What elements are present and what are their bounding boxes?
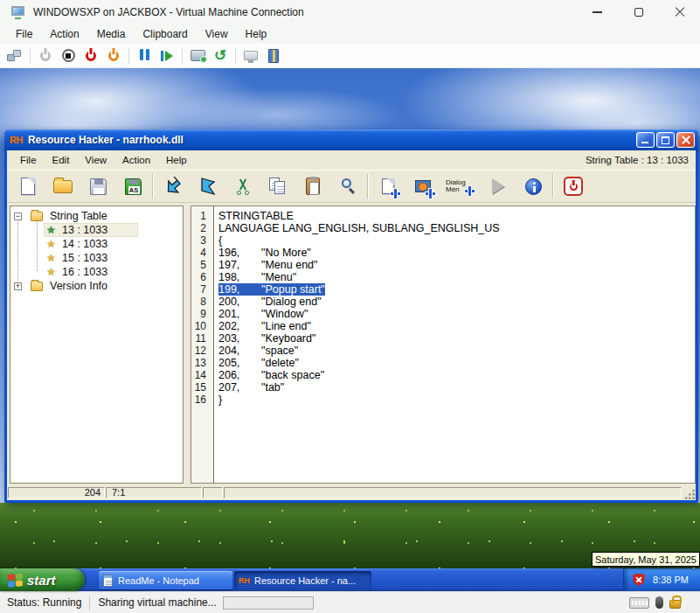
editor-line: {	[218, 234, 695, 247]
vm-app-icon	[11, 6, 26, 18]
start-button[interactable]: start	[0, 568, 85, 591]
save-as-icon[interactable]: AS	[118, 172, 148, 200]
rh-window-controls	[634, 132, 695, 148]
tree-item-15-1033[interactable]: ★ 15 : 1033	[10, 251, 183, 265]
editor-line: 201,"Window"	[218, 308, 695, 320]
clock[interactable]: 8:38 PM	[653, 575, 689, 585]
rh-menubar: File Edit View Action Help String Table …	[7, 150, 696, 170]
star-icon: ★	[46, 238, 56, 250]
tree-item-14-1033[interactable]: ★ 14 : 1033	[10, 237, 183, 251]
cut-icon[interactable]	[228, 172, 258, 200]
revert-icon[interactable]: ↺	[209, 45, 232, 66]
resource-hacker-window: RH Resource Hacker - narrhook.dll File E…	[4, 129, 698, 503]
rh-menu-help[interactable]: Help	[158, 155, 195, 165]
vm-menu-action[interactable]: Action	[41, 28, 87, 40]
tree-node-version-info[interactable]: + Version Info	[10, 279, 183, 293]
rh-menu-edit[interactable]: Edit	[45, 155, 78, 165]
goto-icon[interactable]	[193, 172, 223, 200]
vm-status-text: Status: Running	[7, 596, 81, 609]
rh-app-icon: RH	[10, 135, 23, 145]
resource-tree[interactable]: − String Table ★ 13 : 1033 ★ 14 : 1033	[10, 205, 184, 484]
maximize-button[interactable]	[618, 0, 659, 24]
open-icon[interactable]	[48, 172, 78, 200]
statusbar-separator	[89, 596, 90, 610]
editor-line: 197,"Menu end"	[218, 259, 695, 271]
add-image-resource-icon[interactable]	[408, 172, 438, 200]
vm-menu-help[interactable]: Help	[237, 28, 276, 40]
compile-icon[interactable]	[158, 172, 188, 200]
copy-icon[interactable]	[263, 172, 293, 200]
tree-item-13-1033[interactable]: ★ 13 : 1033	[10, 223, 183, 237]
shutdown-icon[interactable]	[80, 45, 102, 66]
taskbar-button-notepad[interactable]: ReadMe - Notepad	[99, 571, 232, 589]
resize-grip[interactable]	[683, 488, 695, 499]
turn-off-icon[interactable]	[57, 45, 80, 66]
editor-line: 200,"Dialog end"	[218, 296, 695, 308]
media-file-icon[interactable]	[262, 45, 285, 66]
system-tray: 8:38 PM	[623, 568, 700, 591]
statusbar-caret-position: 7:1	[106, 487, 202, 498]
find-icon[interactable]	[333, 172, 363, 200]
rh-menu-file[interactable]: File	[12, 155, 45, 165]
toolbar-separator	[552, 174, 554, 199]
vm-menu-clipboard[interactable]: Clipboard	[134, 28, 196, 40]
vm-menu-view[interactable]: View	[197, 28, 237, 40]
rh-menu-action[interactable]: Action	[114, 155, 158, 165]
security-alert-icon[interactable]	[633, 574, 645, 587]
keyboard-capture-icon	[629, 597, 649, 609]
folder-icon	[31, 282, 43, 291]
toolbar-separator	[235, 48, 236, 64]
vm-menu-file[interactable]: File	[7, 28, 41, 40]
close-icon	[675, 7, 685, 17]
toolbar-separator	[367, 174, 369, 199]
rh-close-button[interactable]	[676, 132, 695, 148]
enhanced-session-icon[interactable]	[239, 45, 262, 66]
minimize-icon	[593, 11, 602, 13]
vm-menu-media[interactable]: Media	[88, 28, 135, 40]
rh-minimize-button[interactable]	[636, 132, 655, 148]
editor-line: 207,"tab"	[218, 381, 695, 394]
resume-icon[interactable]	[156, 45, 178, 66]
editor-line-selected: 199,"Popup start"	[218, 283, 695, 296]
start-vm-icon[interactable]	[34, 45, 57, 66]
screen: WINDOWSXP on JACKBOX - Virtual Machine C…	[0, 0, 700, 613]
toolbar-separator	[182, 48, 183, 64]
exit-icon[interactable]	[558, 172, 588, 200]
tree-item-16-1033[interactable]: ★ 16 : 1033	[10, 265, 183, 279]
minimize-button[interactable]	[577, 0, 618, 24]
rh-maximize-button[interactable]	[656, 132, 675, 148]
toolbar-separator	[152, 174, 154, 199]
start-label: start	[27, 573, 56, 588]
save-state-icon[interactable]	[102, 45, 125, 66]
checkpoint-icon[interactable]	[186, 45, 209, 66]
run-icon[interactable]	[483, 172, 513, 200]
star-icon: ★	[46, 224, 56, 236]
rh-taskbar-icon: RH	[239, 576, 250, 585]
taskbar-button-resource-hacker[interactable]: RH Resource Hacker - na...	[234, 571, 371, 589]
rh-menu-view[interactable]: View	[77, 155, 114, 165]
rh-body: − String Table ★ 13 : 1033 ★ 14 : 1033	[7, 203, 696, 486]
rh-titlebar[interactable]: RH Resource Hacker - narrhook.dll	[4, 129, 698, 150]
info-icon[interactable]	[518, 172, 548, 200]
new-icon[interactable]	[13, 172, 43, 200]
expand-icon[interactable]: +	[14, 282, 22, 290]
ctrl-alt-del-icon[interactable]	[3, 45, 26, 66]
mouse-capture-icon	[655, 596, 663, 609]
vm-sharing-text: Sharing virtual machine...	[98, 596, 216, 609]
close-button[interactable]	[659, 0, 700, 24]
collapse-icon[interactable]: −	[14, 212, 22, 220]
rh-toolbar: AS DialogMen	[7, 170, 696, 203]
xp-taskbar: start ReadMe - Notepad RH Resource Hacke…	[0, 568, 700, 591]
script-editor[interactable]: STRINGTABLE LANGUAGE LANG_ENGLISH, SUBLA…	[214, 205, 696, 484]
save-icon[interactable]	[83, 172, 113, 200]
pause-icon[interactable]	[133, 45, 156, 66]
editor-line: 204,"space"	[218, 345, 695, 357]
rh-window-title: Resource Hacker - narrhook.dll	[28, 134, 184, 146]
add-resource-icon[interactable]	[373, 172, 403, 200]
tree-node-string-table[interactable]: − String Table	[10, 209, 183, 223]
sharing-progress-bar	[223, 596, 314, 610]
paste-icon[interactable]	[298, 172, 328, 200]
dialog-menu-editor-icon[interactable]: DialogMen	[443, 172, 478, 200]
vm-menubar: File Action Media Clipboard View Help	[0, 24, 700, 44]
statusbar-panel	[203, 487, 223, 498]
